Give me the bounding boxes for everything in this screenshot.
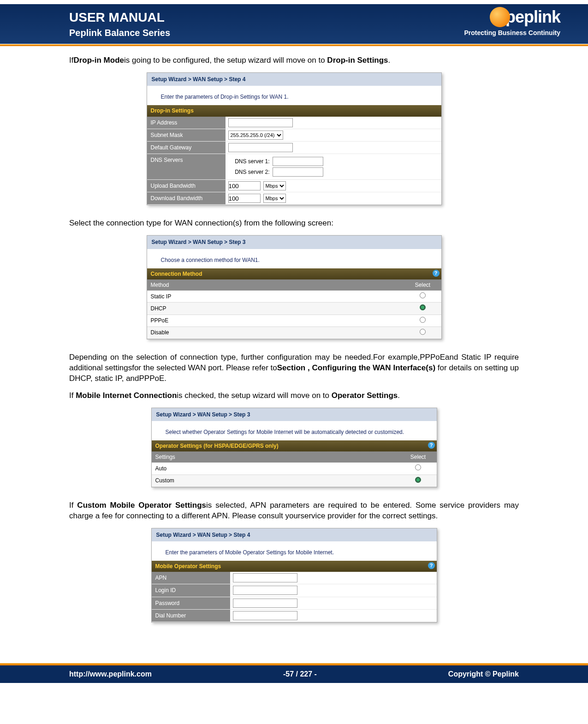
wizard-instruction: Enter the parameters of Mobile Operator …	[152, 541, 437, 561]
radio-dhcp[interactable]	[420, 304, 426, 310]
figure-dropin-settings: Setup Wizard > WAN Setup > Step 4 Enter …	[147, 72, 442, 206]
text-bold: Mobile Internet Connection	[76, 391, 177, 400]
wizard-instruction: Enter the parameters of Drop-in Settings…	[147, 86, 441, 105]
radio-static-ip[interactable]	[420, 292, 426, 298]
select-download-unit[interactable]: Mbps	[263, 194, 286, 203]
row-apn: APN	[152, 572, 437, 584]
row-default-gateway: Default Gateway	[147, 142, 441, 154]
table-row: PPPoE	[147, 315, 441, 326]
table-row: Disable	[147, 326, 441, 338]
input-login-id[interactable]	[233, 586, 297, 595]
radio-disable[interactable]	[420, 329, 426, 335]
help-icon[interactable]: ?	[428, 442, 435, 449]
radio-pppoe[interactable]	[420, 317, 426, 323]
input-dns1[interactable]	[273, 157, 323, 166]
row-login-id: Login ID	[152, 584, 437, 597]
input-dns2[interactable]	[273, 167, 323, 177]
row-download-bandwidth: Download Bandwidth Mbps	[147, 192, 441, 205]
input-upload-bandwidth[interactable]	[228, 181, 261, 190]
cell-method: PPPoE	[147, 315, 404, 326]
radio-custom[interactable]	[415, 477, 421, 483]
select-upload-unit[interactable]: Mbps	[263, 181, 286, 190]
th-settings: Settings	[152, 451, 400, 463]
section-title: Operator Settings (for HSPA/EDGE/GPRS on…	[155, 443, 279, 449]
cell-method: DHCP	[147, 303, 404, 315]
page-footer: http://www.peplink.com -57 / 227 - Copyr…	[0, 665, 588, 683]
text: is going to be configured, the setup wiz…	[124, 56, 327, 65]
input-ip-address[interactable]	[228, 118, 293, 127]
connection-method-table: Method Select Static IP DHCP PPPoE Disab…	[147, 279, 441, 339]
help-icon[interactable]: ?	[433, 270, 440, 277]
figure-mobile-operator-settings: Setup Wizard > WAN Setup > Step 4 Enter …	[151, 528, 437, 623]
input-default-gateway[interactable]	[228, 143, 293, 152]
label-login-id: Login ID	[152, 584, 230, 596]
label-subnet-mask: Subnet Mask	[147, 129, 226, 141]
text-bold: Section , Configuring the WAN Interface(…	[277, 363, 435, 372]
row-ip-address: IP Address	[147, 117, 441, 129]
th-select: Select	[404, 279, 441, 291]
text-bold: Custom Mobile Operator Settings	[77, 501, 206, 510]
intro-paragraph-1: IfDrop-in Modeis going to be configured,…	[69, 55, 519, 66]
brand-text: peplink	[505, 7, 560, 26]
text: is checked, the setup wizard will move o…	[177, 391, 331, 400]
page-header: USER MANUAL Peplink Balance Series pepli…	[0, 0, 588, 44]
text-bold: Drop-in Settings	[327, 56, 388, 65]
figure-connection-method: Setup Wizard > WAN Setup > Step 3 Choose…	[147, 235, 442, 339]
section-header-connection-method: Connection Method ?	[147, 268, 441, 279]
cell-setting: Custom	[152, 475, 400, 487]
cell-setting: Auto	[152, 463, 400, 475]
select-subnet-mask[interactable]: 255.255.255.0 (/24)	[228, 131, 283, 140]
label-ip-address: IP Address	[147, 117, 226, 129]
input-dial-number[interactable]	[233, 611, 297, 620]
brand-tagline: Protecting Business Continuity	[464, 29, 560, 36]
wizard-breadcrumb: Setup Wizard > WAN Setup > Step 3	[152, 408, 437, 421]
row-dns-servers: DNS Servers DNS server 1: DNS server 2:	[147, 154, 441, 180]
paragraph-3: Depending on the selection of connection…	[69, 352, 519, 384]
label-password: Password	[152, 597, 230, 609]
label-dns2: DNS server 2:	[228, 168, 270, 176]
label-dial-number: Dial Number	[152, 610, 230, 622]
input-download-bandwidth[interactable]	[228, 194, 261, 203]
page-content: IfDrop-in Modeis going to be configured,…	[0, 46, 588, 663]
section-header-mobile-operator: Mobile Operator Settings ?	[152, 561, 437, 572]
paragraph-5: If Custom Mobile Operator Settingsis sel…	[69, 500, 519, 522]
intro-paragraph-2: Select the connection type for WAN conne…	[69, 218, 519, 229]
label-dns1: DNS server 1:	[228, 158, 270, 165]
wizard-breadcrumb: Setup Wizard > WAN Setup > Step 4	[152, 528, 437, 541]
th-method: Method	[147, 279, 404, 291]
label-dns-servers: DNS Servers	[147, 154, 226, 179]
brand-logo: peplink Protecting Business Continuity	[464, 0, 560, 44]
wizard-breadcrumb: Setup Wizard > WAN Setup > Step 3	[147, 236, 441, 249]
wizard-instruction: Choose a connection method for WAN1.	[147, 249, 441, 268]
text-bold: Drop-in Mode	[73, 56, 124, 65]
th-select: Select	[400, 451, 437, 463]
text-bold: Operator Settings	[332, 391, 398, 400]
input-apn[interactable]	[233, 573, 297, 582]
text: If	[69, 501, 77, 510]
text: .	[398, 391, 400, 400]
row-dial-number: Dial Number	[152, 610, 437, 622]
row-subnet-mask: Subnet Mask 255.255.255.0 (/24)	[147, 129, 441, 142]
wizard-instruction: Select whether Operator Settings for Mob…	[152, 421, 437, 440]
table-row: Auto	[152, 463, 437, 475]
help-icon[interactable]: ?	[428, 562, 435, 569]
section-header-operator-settings: Operator Settings (for HSPA/EDGE/GPRS on…	[152, 440, 437, 451]
text: If	[69, 391, 76, 400]
table-row: Custom	[152, 475, 437, 487]
manual-title: USER MANUAL	[69, 10, 170, 25]
dns-stack: DNS server 1: DNS server 2:	[228, 155, 323, 178]
table-row: Static IP	[147, 291, 441, 303]
footer-copyright: Copyright © Peplink	[448, 670, 519, 678]
text: .	[388, 56, 391, 65]
label-apn: APN	[152, 572, 230, 584]
input-password[interactable]	[233, 599, 297, 608]
radio-auto[interactable]	[415, 464, 421, 470]
figure-operator-settings: Setup Wizard > WAN Setup > Step 3 Select…	[151, 408, 437, 487]
label-download-bandwidth: Download Bandwidth	[147, 192, 226, 204]
row-password: Password	[152, 597, 437, 610]
table-row: DHCP	[147, 303, 441, 315]
paragraph-4: If Mobile Internet Connectionis checked,…	[69, 391, 519, 401]
wizard-breadcrumb: Setup Wizard > WAN Setup > Step 4	[147, 73, 441, 86]
label-default-gateway: Default Gateway	[147, 142, 226, 154]
section-title: Mobile Operator Settings	[155, 563, 221, 570]
